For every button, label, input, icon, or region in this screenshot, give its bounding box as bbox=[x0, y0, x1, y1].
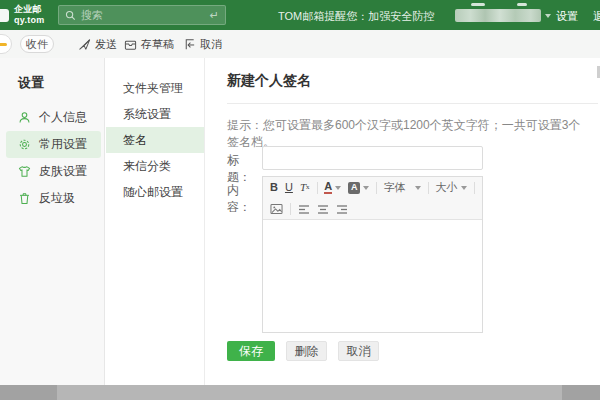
toolbar-divider bbox=[317, 182, 318, 194]
user-icon bbox=[18, 111, 31, 124]
cancel-arrow-icon bbox=[183, 38, 196, 51]
send-label: 发送 bbox=[95, 37, 117, 52]
sidebar-item-label: 皮肤设置 bbox=[39, 163, 87, 180]
sidebar-item-skin-settings[interactable]: 皮肤设置 bbox=[6, 158, 101, 185]
subnav-item-incoming-classification[interactable]: 来信分类 bbox=[106, 153, 204, 179]
font-family-label: 字体 bbox=[384, 180, 406, 195]
align-center-icon[interactable] bbox=[317, 204, 329, 215]
chevron-down-icon bbox=[415, 186, 421, 190]
subnav-item-label: 随心邮设置 bbox=[123, 184, 183, 201]
trash-icon bbox=[18, 192, 31, 205]
content-field-row: 内容： B U Tx A A bbox=[227, 176, 483, 333]
enter-icon: ↵ bbox=[210, 9, 219, 22]
brand-logo[interactable]: 企业邮 qy.tom bbox=[14, 4, 45, 26]
font-size-dropdown[interactable]: 大小 bbox=[435, 180, 467, 195]
sidebar-item-personal-info[interactable]: 个人信息 bbox=[6, 104, 101, 131]
bold-button[interactable]: B bbox=[270, 182, 278, 193]
font-size-label: 大小 bbox=[435, 180, 457, 195]
insert-image-button[interactable] bbox=[270, 203, 283, 215]
save-button[interactable]: 保存 bbox=[227, 341, 275, 361]
sidebar-item-common-settings[interactable]: 常用设置 bbox=[6, 131, 101, 158]
align-left-icon[interactable] bbox=[298, 204, 310, 215]
redaction-artifact bbox=[471, 3, 485, 6]
editor-toolbar-row1: B U Tx A A 字体 bbox=[263, 177, 482, 198]
sidebar-item-label: 常用设置 bbox=[39, 136, 87, 153]
cancel-button[interactable]: 取消 bbox=[338, 341, 379, 361]
page-title: 新建个人签名 bbox=[227, 72, 598, 104]
security-notice: TOM邮箱提醒您：加强安全防控 bbox=[278, 9, 434, 24]
sidebar-title: 设置 bbox=[0, 58, 104, 104]
account-dropdown-caret-icon[interactable] bbox=[545, 14, 551, 18]
action-toolbar: 收件 发送 存草稿 取消 bbox=[0, 30, 600, 58]
editor-content[interactable] bbox=[263, 219, 482, 332]
remove-format-sub: x bbox=[306, 184, 310, 191]
draft-icon bbox=[124, 38, 137, 51]
sidebar-item-label: 反垃圾 bbox=[39, 190, 75, 207]
compose-button-partial[interactable] bbox=[0, 34, 12, 54]
remove-format-button[interactable]: Tx bbox=[300, 182, 310, 193]
save-draft-label: 存草稿 bbox=[141, 37, 174, 52]
signature-panel: 新建个人签名 提示：您可设置最多600个汉字或1200个英文字符；一共可设置3个… bbox=[205, 58, 600, 385]
search-box[interactable]: 搜索 ↵ bbox=[58, 5, 226, 25]
horizontal-scrollbar[interactable] bbox=[0, 385, 600, 400]
form-actions: 保存 删除 取消 bbox=[227, 341, 379, 361]
align-right-icon[interactable] bbox=[336, 204, 348, 215]
toolbar-divider bbox=[428, 182, 429, 194]
subnav-item-folder-management[interactable]: 文件夹管理 bbox=[106, 75, 204, 101]
background-color-icon: A bbox=[348, 182, 360, 194]
tshirt-icon bbox=[18, 165, 31, 178]
compose-icon-partial bbox=[0, 43, 7, 46]
horizontal-scrollbar-thumb[interactable] bbox=[57, 385, 562, 400]
gear-icon bbox=[18, 138, 31, 151]
search-icon bbox=[65, 10, 76, 21]
subnav-item-label: 来信分类 bbox=[123, 158, 171, 175]
subnav-item-suixin-mail-settings[interactable]: 随心邮设置 bbox=[106, 179, 204, 205]
brand-line2: qy.tom bbox=[14, 15, 45, 26]
editor-toolbar-row2 bbox=[263, 198, 482, 219]
settings-sidebar: 设置 个人信息 常用设置 皮肤设置 bbox=[0, 58, 105, 385]
subnav-item-label: 系统设置 bbox=[123, 106, 171, 123]
delete-button[interactable]: 删除 bbox=[286, 341, 327, 361]
subnav-item-system-settings[interactable]: 系统设置 bbox=[106, 101, 204, 127]
background-color-button[interactable]: A bbox=[348, 182, 369, 194]
header-bar: 企业邮 qy.tom 搜索 ↵ TOM邮箱提醒您：加强安全防控 设置 退出 bbox=[0, 0, 600, 30]
subnav-item-label: 签名 bbox=[123, 132, 147, 149]
subnav-item-signature[interactable]: 签名 bbox=[106, 127, 204, 153]
chevron-down-icon bbox=[335, 186, 341, 190]
toolbar-divider bbox=[290, 203, 291, 215]
mail-settings-window: 企业邮 qy.tom 搜索 ↵ TOM邮箱提醒您：加强安全防控 设置 退出 收件 bbox=[0, 0, 600, 400]
content-field-label: 内容： bbox=[227, 176, 262, 333]
chevron-down-icon bbox=[461, 186, 467, 190]
header-logout-link-clipped[interactable]: 退出 bbox=[593, 9, 600, 24]
send-button[interactable]: 发送 bbox=[78, 30, 117, 58]
save-draft-button[interactable]: 存草稿 bbox=[124, 30, 174, 58]
rich-text-editor: B U Tx A A 字体 bbox=[262, 176, 483, 333]
content-area: 设置 个人信息 常用设置 皮肤设置 bbox=[0, 58, 600, 385]
signature-title-input[interactable] bbox=[262, 146, 483, 170]
sidebar-item-anti-spam[interactable]: 反垃圾 bbox=[6, 185, 101, 212]
account-email-redacted[interactable] bbox=[455, 9, 541, 22]
header-settings-link[interactable]: 设置 bbox=[556, 9, 578, 24]
subnav-item-label: 文件夹管理 bbox=[123, 80, 183, 97]
sidebar-item-label: 个人信息 bbox=[39, 109, 87, 126]
search-input[interactable]: 搜索 bbox=[81, 8, 210, 23]
toolbar-divider bbox=[474, 182, 475, 194]
text-color-button[interactable]: A bbox=[324, 181, 341, 194]
brand-line1: 企业邮 bbox=[14, 4, 45, 15]
logo-mark-partial bbox=[0, 9, 9, 22]
chevron-down-icon bbox=[363, 186, 369, 190]
toolbar-divider bbox=[376, 182, 377, 194]
redaction-artifact bbox=[517, 3, 527, 6]
settings-subnav: 文件夹管理 系统设置 签名 来信分类 随心邮设置 bbox=[106, 58, 205, 385]
cancel-label: 取消 bbox=[200, 37, 222, 52]
receive-mail-button[interactable]: 收件 bbox=[20, 35, 54, 53]
font-family-dropdown[interactable]: 字体 bbox=[384, 180, 421, 195]
send-icon bbox=[78, 38, 91, 51]
text-color-icon: A bbox=[324, 181, 332, 194]
cancel-button-toolbar[interactable]: 取消 bbox=[183, 30, 222, 58]
underline-button[interactable]: U bbox=[285, 182, 293, 193]
